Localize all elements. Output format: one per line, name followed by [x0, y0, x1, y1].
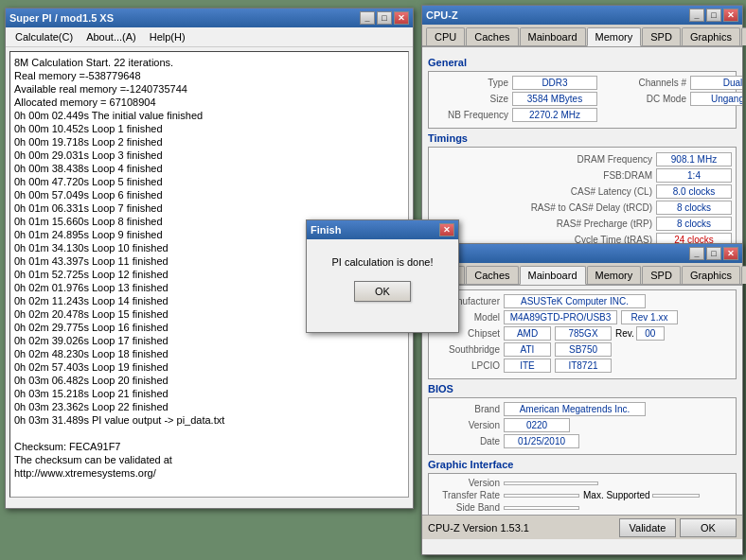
ras-precharge-label: RAS# Precharge (tRP)	[433, 219, 656, 229]
chipset-model: 785GX	[555, 326, 612, 341]
superpi-minimize-btn[interactable]: _	[360, 11, 375, 25]
content-line: Allocated memory = 67108904	[14, 96, 404, 109]
content-line: 0h 00m 29.031s Loop 3 finished	[14, 149, 404, 162]
mb-tab-caches[interactable]: Caches	[466, 266, 518, 284]
content-line	[14, 427, 404, 440]
finish-ok-btn[interactable]: OK	[354, 281, 411, 302]
gi-max-supported-value	[652, 494, 700, 498]
ok-btn[interactable]: OK	[680, 518, 737, 537]
southbridge-model: SB750	[555, 342, 612, 357]
lpcio-model: IT8721	[555, 359, 612, 373]
finish-message: PI calculation is done!	[331, 254, 433, 270]
lpcio-brand: ITE	[504, 359, 551, 373]
content-line: Checksum: FECA91F7	[14, 440, 404, 453]
content-line: 0h 00m 10.452s Loop 1 finished	[14, 122, 404, 135]
size-row: Size 3584 MBytes DC Mode Unganged	[433, 92, 732, 106]
mb-tab-graphics[interactable]: Graphics	[682, 266, 740, 284]
bios-date-label: Date	[433, 436, 504, 446]
cpuz-memory-close-btn[interactable]: ✕	[723, 9, 738, 22]
ras-precharge-row: RAS# Precharge (tRP) 8 clocks	[433, 216, 732, 232]
tab-graphics[interactable]: Graphics	[682, 27, 740, 45]
bios-brand-value: American Megatrends Inc.	[504, 402, 646, 416]
graphic-interface-section: Version Transfer Rate Max. Supported Sid…	[428, 473, 737, 519]
gi-transfer-label: Transfer Rate	[433, 490, 504, 500]
tab-about[interactable]: About	[741, 27, 746, 45]
cpuz-mainboard-titlebar: CPU-Z _ □ ✕	[422, 244, 742, 263]
bios-brand-label: Brand	[433, 404, 504, 414]
content-line: 0h 00m 57.049s Loop 6 finished	[14, 188, 404, 201]
model-value: M4A89GTD-PRO/USB3	[504, 310, 617, 324]
tab-caches[interactable]: Caches	[466, 27, 518, 45]
bios-section: Brand American Megatrends Inc. Version 0…	[428, 397, 737, 455]
content-line: 0h 03m 15.218s Loop 21 finished	[14, 387, 404, 400]
content-line: Real memory =-538779648	[14, 69, 404, 82]
tab-cpu[interactable]: CPU	[426, 27, 465, 45]
mb-tab-spd[interactable]: SPD	[642, 266, 681, 284]
gi-sideband-label: Side Band	[433, 502, 504, 513]
lpcio-row: LPCIO ITE IT8721	[433, 359, 732, 373]
cpuz-mainboard-body: Manufacturer ASUSTeK Computer INC. Model…	[422, 286, 742, 539]
superpi-menu-about[interactable]: About...(A)	[80, 29, 142, 44]
southbridge-label: Southbridge	[433, 344, 504, 355]
bios-version-row: Version 0220	[433, 418, 732, 432]
tab-mainboard[interactable]: Mainboard	[520, 27, 586, 45]
mb-tab-memory[interactable]: Memory	[587, 266, 642, 284]
rev-value: Rev 1.xx	[621, 310, 678, 324]
tab-spd[interactable]: SPD	[642, 27, 681, 45]
validate-btn[interactable]: Validate	[619, 518, 676, 537]
cpuz-bottom-bar: CPU-Z Version 1.53.1 Validate OK	[422, 515, 742, 539]
tab-memory[interactable]: Memory	[587, 27, 642, 46]
content-line: 0h 03m 06.482s Loop 20 finished	[14, 374, 404, 387]
mb-tab-about[interactable]: About	[741, 266, 746, 284]
chipset-rev-label: Rev.	[615, 328, 634, 339]
gi-max-supported-label: Max. Supported	[583, 490, 650, 500]
gi-version-row: Version	[433, 478, 732, 488]
gi-sideband-value	[504, 506, 579, 510]
superpi-maximize-btn[interactable]: □	[377, 11, 392, 25]
finish-dialog: Finish ✕ PI calculation is done! OK	[306, 219, 459, 333]
nb-freq-row: NB Frequency 2270.2 MHz	[433, 108, 732, 122]
graphic-interface-label: Graphic Interface	[428, 459, 737, 470]
content-line: 8M Calculation Start. 22 iterations.	[14, 56, 404, 69]
size-value: 3584 MBytes	[512, 92, 597, 106]
content-line: 0h 02m 57.403s Loop 19 finished	[14, 360, 404, 374]
content-line: http://www.xtremesystems.org/	[14, 466, 404, 480]
type-value: DDR3	[512, 76, 597, 90]
cpuz-mainboard-window: CPU-Z _ □ ✕ CPU Caches Mainboard Memory …	[421, 243, 743, 555]
southbridge-row: Southbridge ATI SB750	[433, 342, 732, 357]
size-label: Size	[433, 94, 508, 104]
cpuz-memory-minimize-btn[interactable]: _	[689, 9, 704, 22]
cpuz-memory-tabs: CPU Caches Mainboard Memory SPD Graphics…	[422, 25, 742, 47]
content-line: 0h 02m 39.026s Loop 17 finished	[14, 334, 404, 347]
dram-freq-label: DRAM Frequency	[433, 154, 656, 165]
dc-mode-value: Unganged	[690, 92, 742, 106]
content-line: 0h 02m 48.230s Loop 18 finished	[14, 347, 404, 360]
gi-transfer-row: Transfer Rate Max. Supported	[433, 490, 732, 500]
superpi-menu-calculate[interactable]: Calculate(C)	[9, 29, 79, 44]
bios-section-label: BIOS	[428, 383, 737, 394]
channels-value: Dual	[690, 76, 742, 90]
content-line: 0h 00m 19.718s Loop 2 finished	[14, 135, 404, 149]
channels-label: Channels #	[611, 78, 686, 88]
cpuz-memory-maximize-btn[interactable]: □	[706, 9, 721, 22]
cas-value: 8.0 clocks	[656, 184, 732, 199]
gi-sideband-row: Side Band	[433, 502, 732, 513]
nb-freq-value: 2270.2 MHz	[512, 108, 597, 122]
cpuz-mb-minimize[interactable]: _	[689, 247, 704, 260]
chipset-row: Chipset AMD 785GX Rev. 00	[433, 326, 732, 341]
mb-tab-mainboard[interactable]: Mainboard	[520, 266, 586, 285]
finish-close-btn[interactable]: ✕	[439, 223, 454, 236]
cpuz-mb-close[interactable]: ✕	[723, 247, 738, 260]
bios-brand-row: Brand American Megatrends Inc.	[433, 402, 732, 416]
finish-titlebar: Finish ✕	[307, 220, 458, 239]
content-line: 0h 03m 31.489s PI value output -> pi_dat…	[14, 413, 404, 427]
nb-freq-label: NB Frequency	[433, 110, 508, 120]
gi-version-label: Version	[433, 478, 504, 488]
ras-to-cas-label: RAS# to CAS# Delay (tRCD)	[433, 202, 656, 213]
type-row: Type DDR3 Channels # Dual	[433, 76, 732, 90]
cpuz-memory-title: CPU-Z	[426, 9, 458, 21]
superpi-close-btn[interactable]: ✕	[394, 11, 409, 25]
cpuz-mb-restore[interactable]: □	[706, 247, 721, 260]
cpuz-bottom-buttons: Validate OK	[619, 518, 737, 537]
superpi-menu-help[interactable]: Help(H)	[144, 29, 191, 44]
